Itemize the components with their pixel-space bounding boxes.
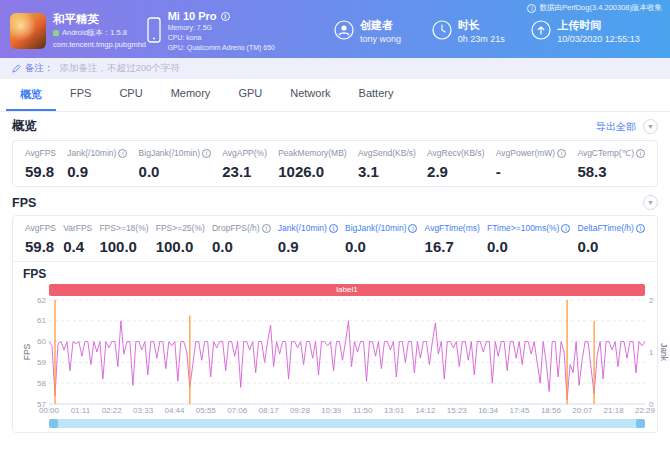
svg-text:03:33: 03:33: [133, 406, 154, 415]
svg-text:59: 59: [37, 358, 46, 367]
header: i 数据由PerfDog(3.4.200308)版本收集 和平精英 Androi…: [0, 0, 670, 58]
svg-text:Jank: Jank: [659, 343, 669, 362]
scrollbar-thumb[interactable]: [49, 419, 645, 428]
upload-value: 10/03/2020 12:55:13: [557, 34, 640, 44]
metric-AvgFTime(ms): AvgFTime(ms)16.7: [425, 223, 480, 255]
metric-AvgPower(mW): AvgPower(mW)i-: [496, 148, 566, 180]
svg-text:58: 58: [37, 379, 46, 388]
metric-AvgFPS: AvgFPS59.8: [25, 148, 56, 180]
app-package: com.tencent.tmgp.pubgmhd: [53, 40, 146, 49]
app-block: 和平精英 Android版本：1.5.8 com.tencent.tmgp.pu…: [10, 13, 147, 49]
svg-text:2: 2: [649, 296, 654, 305]
collapse-fps-button[interactable]: ▼: [643, 195, 658, 210]
metric-AvgSend(KB/s): AvgSend(KB/s)3.1: [358, 148, 416, 180]
info-icon[interactable]: i: [408, 224, 417, 233]
tab-CPU[interactable]: CPU: [105, 79, 156, 111]
svg-text:09:28: 09:28: [290, 406, 311, 415]
upload-block: 上传时间 10/03/2020 12:55:13: [531, 19, 660, 44]
device-model: Mi 10 Pro: [168, 10, 217, 22]
metric-FPS>=25(%): FPS>=25(%)100.0: [156, 223, 205, 255]
person-icon: [334, 20, 354, 42]
app-version: Android版本：1.5.8: [62, 28, 127, 38]
upload-label: 上传时间: [557, 19, 640, 31]
device-gpu: GPU: Qualcomm Adreno (TM) 650: [168, 43, 275, 52]
overview-section: 概览 导出全部 ▼ AvgFPS59.8Jank(/10min)i0.9BigJ…: [0, 112, 670, 189]
svg-text:18:56: 18:56: [541, 406, 562, 415]
fps-chart-svg: 62616059585721000:0001:1102:2203:3304:44…: [23, 296, 669, 418]
phone-icon: [147, 17, 161, 45]
svg-text:04:44: 04:44: [164, 406, 185, 415]
export-all-link[interactable]: 导出全部: [596, 120, 636, 134]
creator-value: tony wong: [360, 34, 401, 44]
tab-Battery[interactable]: Battery: [345, 79, 408, 111]
svg-text:02:22: 02:22: [102, 406, 123, 415]
creator-label: 创建者: [360, 19, 401, 31]
svg-text:60: 60: [37, 337, 46, 346]
metric-PeakMemory(MB): PeakMemory(MB)1026.0: [278, 148, 346, 180]
metric-FPS>=18(%): FPS>=18(%)100.0: [99, 223, 148, 255]
svg-text:08:17: 08:17: [259, 406, 280, 415]
svg-text:61: 61: [37, 316, 46, 325]
overview-metrics: AvgFPS59.8Jank(/10min)i0.9BigJank(/10min…: [13, 141, 657, 186]
svg-text:00:00: 00:00: [39, 406, 60, 415]
svg-text:FPS: FPS: [23, 343, 32, 360]
tab-FPS[interactable]: FPS: [56, 79, 105, 111]
tab-概览[interactable]: 概览: [6, 79, 56, 111]
metric-DeltaFTime(/h): DeltaFTime(/h)i0.0: [578, 223, 645, 255]
info-icon[interactable]: i: [636, 224, 645, 233]
collapse-overview-button[interactable]: ▼: [643, 119, 658, 134]
upload-icon: [531, 20, 551, 42]
metric-VarFPS: VarFPS0.4: [63, 223, 92, 255]
device-cpu: CPU: kona: [168, 33, 275, 42]
info-icon[interactable]: i: [636, 149, 645, 158]
creator-block: 创建者 tony wong: [334, 19, 432, 44]
edit-icon: [12, 64, 21, 73]
svg-text:62: 62: [37, 296, 46, 305]
overview-title: 概览: [12, 118, 37, 135]
clock-icon: [432, 20, 452, 42]
scrollbar-left-handle[interactable]: [49, 419, 58, 428]
info-icon[interactable]: i: [221, 12, 230, 21]
device-memory: Memory: 7.5G: [168, 23, 275, 32]
android-icon: [53, 30, 59, 36]
metric-AvgAPP(%): AvgAPP(%)23.1: [222, 148, 267, 180]
svg-text:11:50: 11:50: [353, 406, 373, 415]
metric-BigJank(/10min): BigJank(/10min)i0.0: [345, 223, 417, 255]
remark-bar[interactable]: 备注： 添加备注，不超过200个字符: [0, 58, 670, 79]
metric-DropFPS(/h): DropFPS(/h)i0.0: [212, 223, 271, 255]
app-name: 和平精英: [53, 13, 146, 26]
duration-value: 0h 23m 21s: [458, 34, 505, 44]
svg-text:16:34: 16:34: [478, 406, 499, 415]
scrollbar-right-handle[interactable]: [636, 419, 645, 428]
fps-metrics: AvgFPS59.8VarFPS0.4FPS>=18(%)100.0FPS>=2…: [13, 216, 657, 261]
metric-BigJank(/10min): BigJank(/10min)i0.0: [139, 148, 211, 180]
info-icon[interactable]: i: [202, 149, 211, 158]
chart-label-bar: label1: [49, 284, 645, 296]
svg-text:05:55: 05:55: [196, 406, 217, 415]
svg-text:1: 1: [649, 348, 654, 357]
info-icon[interactable]: i: [262, 224, 271, 233]
tab-bar: 概览FPSCPUMemoryGPUNetworkBattery: [0, 79, 670, 112]
info-icon[interactable]: i: [118, 149, 127, 158]
tab-Network[interactable]: Network: [276, 79, 344, 111]
svg-text:14:12: 14:12: [415, 406, 436, 415]
tab-GPU[interactable]: GPU: [224, 79, 276, 111]
collector-note: i 数据由PerfDog(3.4.200308)版本收集: [527, 3, 662, 13]
info-icon[interactable]: i: [329, 224, 338, 233]
tab-Memory[interactable]: Memory: [157, 79, 225, 111]
metric-AvgCTemp(℃): AvgCTemp(℃)i58.3: [577, 148, 645, 180]
metric-Jank(/10min): Jank(/10min)i0.9: [278, 223, 338, 255]
duration-label: 时长: [458, 19, 505, 31]
svg-text:20:07: 20:07: [572, 406, 593, 415]
info-icon[interactable]: i: [561, 224, 570, 233]
chart-scrollbar[interactable]: [49, 419, 645, 428]
svg-text:17:45: 17:45: [509, 406, 530, 415]
remark-placeholder[interactable]: 添加备注，不超过200个字符: [60, 62, 180, 75]
info-icon[interactable]: i: [557, 149, 566, 158]
fps-title: FPS: [12, 196, 36, 210]
svg-text:07:06: 07:06: [227, 406, 248, 415]
fps-chart-block: FPS label1 62616059585721000:0001:1102:2…: [13, 261, 657, 432]
svg-text:21:18: 21:18: [604, 406, 625, 415]
svg-text:10:39: 10:39: [321, 406, 342, 415]
duration-block: 时长 0h 23m 21s: [432, 19, 532, 44]
